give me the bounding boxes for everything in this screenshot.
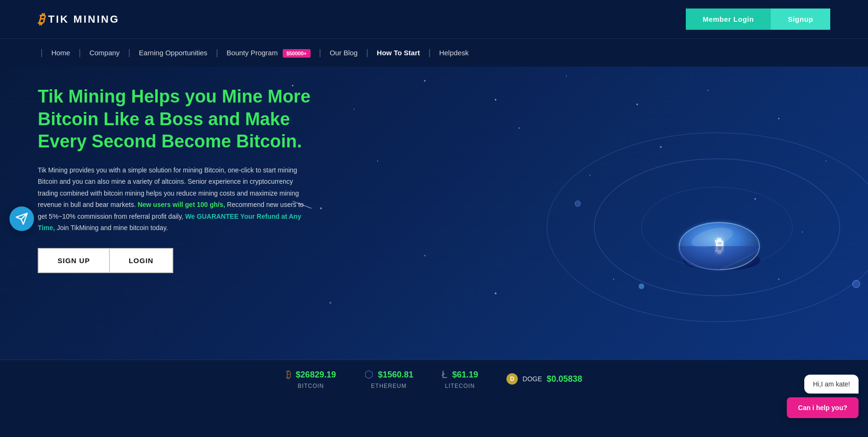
chat-help-button[interactable]: Can i help you?	[787, 397, 859, 418]
header: ₿ TIK MINING Member Login Signup	[0, 0, 868, 38]
member-login-button[interactable]: Member Login	[686, 9, 771, 30]
ticker-doge-row: D DOGE $0.05838	[506, 373, 582, 385]
login-button[interactable]: LOGIN	[110, 248, 174, 273]
hero-content: Tik Mining Helps you Mine More Bitcoin L…	[38, 86, 312, 273]
nav-item-helpdesk[interactable]: Helpdesk	[433, 40, 474, 65]
nav-separator: |	[319, 48, 321, 58]
svg-point-3	[495, 99, 497, 101]
nav-item-blog[interactable]: Our Blog	[324, 40, 363, 65]
telegram-icon	[15, 212, 28, 225]
litecoin-icon: Ł	[442, 368, 447, 381]
navigation: | Home | Company | Earning Opportunities…	[0, 38, 868, 67]
bounty-badge: $50000+	[283, 49, 311, 58]
ticker-item-doge: D DOGE $0.05838	[506, 373, 582, 385]
logo-text: TIK MINING	[48, 13, 119, 26]
bitcoin-price: $26829.19	[296, 370, 336, 380]
ethereum-name: ETHEREUM	[371, 383, 406, 389]
ticker-item-ethereum: ⬡ $1560.81 ETHEREUM	[364, 368, 413, 389]
nav-item-how-to-start[interactable]: How To Start	[371, 40, 425, 65]
ticker-item-litecoin: Ł $61.19 LITECOIN	[442, 368, 478, 389]
svg-point-21	[329, 302, 331, 304]
hero-description: Tik Mining provides you with a simple so…	[38, 164, 312, 234]
chat-bubble: Hi,I am kate!	[804, 375, 859, 394]
doge-label: DOGE	[522, 375, 542, 383]
litecoin-price: $61.19	[452, 370, 478, 380]
ethereum-price: $1560.81	[378, 370, 413, 380]
header-buttons: Member Login Signup	[686, 9, 830, 30]
doge-icon: D	[506, 373, 518, 385]
orbit-svg: ₿	[528, 67, 868, 360]
nav-item-earning[interactable]: Earning Opportunities	[133, 40, 213, 65]
telegram-button[interactable]	[9, 206, 34, 231]
hero-buttons: SIGN UP LOGIN	[38, 248, 312, 273]
svg-point-2	[424, 80, 426, 82]
svg-point-35	[639, 283, 644, 289]
hero-visual: ₿	[528, 67, 868, 360]
nav-separator: |	[366, 48, 369, 58]
ticker-item-bitcoin: ₿ $26829.19 BITCOIN	[286, 368, 336, 389]
ticker-ethereum-row: ⬡ $1560.81	[364, 368, 413, 381]
nav-item-bounty[interactable]: Bounty Program $50000+	[221, 40, 316, 65]
bitcoin-icon: ₿	[286, 368, 291, 381]
ticker-bitcoin-row: ₿ $26829.19	[286, 368, 336, 381]
logo-icon: ₿	[38, 13, 44, 26]
nav-separator: |	[128, 48, 131, 58]
chat-widget: Hi,I am kate! Can i help you?	[787, 375, 859, 418]
hero-section: Tik Mining Helps you Mine More Bitcoin L…	[0, 67, 868, 360]
ethereum-icon: ⬡	[364, 368, 373, 381]
nav-item-home[interactable]: Home	[46, 40, 76, 65]
ticker-litecoin-row: Ł $61.19	[442, 368, 478, 381]
signup-button[interactable]: SIGN UP	[38, 248, 110, 273]
nav-item-company[interactable]: Company	[84, 40, 125, 65]
litecoin-name: LITECOIN	[445, 383, 475, 389]
header-signup-button[interactable]: Signup	[771, 9, 830, 30]
doge-price: $0.05838	[547, 374, 582, 384]
nav-separator: |	[216, 48, 218, 58]
svg-point-1	[354, 109, 354, 110]
svg-point-16	[424, 255, 426, 257]
svg-point-9	[320, 207, 322, 209]
bitcoin-name: BITCOIN	[298, 383, 324, 389]
hero-title: Tik Mining Helps you Mine More Bitcoin L…	[38, 86, 312, 153]
nav-separator: |	[79, 48, 81, 58]
svg-point-27	[852, 280, 860, 288]
svg-point-17	[495, 292, 497, 294]
logo: ₿ TIK MINING	[38, 13, 119, 26]
hero-highlight-green: New users will get 100 gh/s,	[138, 201, 225, 208]
svg-point-11	[519, 128, 520, 129]
svg-point-10	[377, 161, 378, 162]
ticker-bar: ₿ $26829.19 BITCOIN ⬡ $1560.81 ETHEREUM …	[0, 360, 868, 398]
nav-separator: |	[41, 48, 43, 58]
nav-separator: |	[429, 48, 431, 58]
svg-point-29	[575, 201, 581, 206]
